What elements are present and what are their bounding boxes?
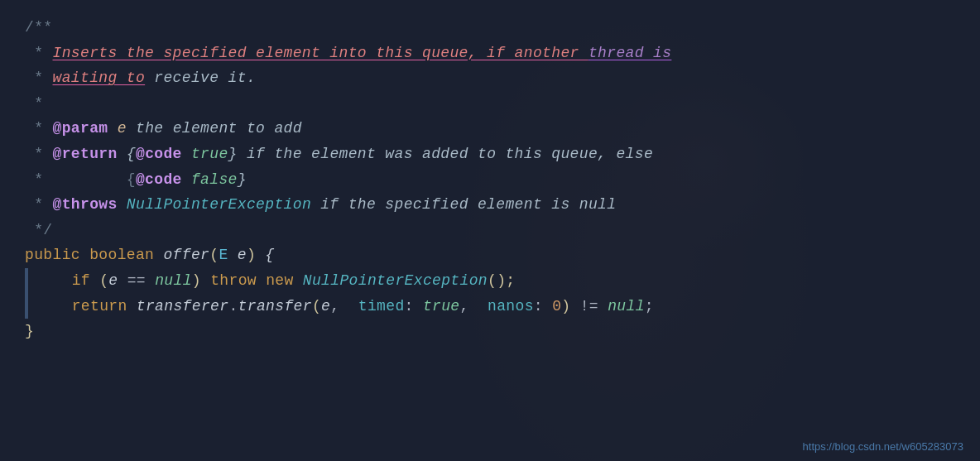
comment-star-7: * { <box>25 167 136 193</box>
not-equals: != <box>571 294 608 319</box>
class-close: } <box>25 319 34 344</box>
line-4: * <box>25 91 955 117</box>
comment-star-3: * <box>25 65 53 91</box>
indent-bar-12 <box>25 294 28 319</box>
colon1: : <box>405 294 423 319</box>
named-nanos: nanos <box>488 294 534 319</box>
brace-open: { <box>256 243 274 268</box>
comment-star-8: * <box>25 192 53 218</box>
colon2: : <box>534 294 552 319</box>
nanos-val: 0 <box>552 294 561 319</box>
return-brace-close: } <box>228 142 238 167</box>
keyword-if: if <box>72 268 100 294</box>
code-block: /** * Inserts the specified element into… <box>0 0 980 359</box>
return-desc: if the element was added to this queue, … <box>238 142 653 167</box>
transfer-method: transfer <box>238 294 312 319</box>
keyword-return: return <box>72 294 137 319</box>
line-13: } <box>25 319 955 344</box>
param-desc: the element to add <box>136 116 302 142</box>
throws-class: NullPointerException <box>118 192 311 218</box>
keyword-public: public <box>25 243 89 268</box>
keyword-boolean: boolean <box>89 243 163 268</box>
throws-keyword: @throws <box>53 192 118 218</box>
line-11: if (e == null) throw new NullPointerExce… <box>25 268 955 294</box>
line-2: * Inserts the specified element into thi… <box>25 41 955 66</box>
comment-open: /** <box>25 15 53 41</box>
transfer-paren-open: ( <box>312 294 321 319</box>
line-7: * {@code false} <box>25 167 955 193</box>
param-keyword: @param <box>53 116 108 142</box>
code-keyword-1: @code <box>136 142 182 167</box>
param-e-sig: e <box>228 243 247 268</box>
param-e: e <box>108 116 136 142</box>
line-12: return transferer.transfer(e, timed: tru… <box>25 294 955 319</box>
equals-op: == <box>127 268 156 294</box>
dot: . <box>228 294 238 319</box>
url-bar: https://blog.csdn.net/w605283073 <box>803 440 963 453</box>
indent-12 <box>35 294 72 319</box>
comment-star-6: * <box>25 142 53 167</box>
comma1: , <box>330 294 358 319</box>
keyword-new: new <box>266 268 303 294</box>
line-6: * @return {@code true} if the element wa… <box>25 142 955 167</box>
named-timed: timed <box>358 294 405 319</box>
comma2: , <box>460 294 488 319</box>
throws-desc: if the specified element is null <box>311 192 616 218</box>
return-keyword: @return <box>53 142 118 167</box>
if-paren: ( <box>99 268 108 294</box>
code-keyword-2: @code <box>136 167 182 193</box>
method-offer: offer <box>163 243 209 268</box>
transfer-paren-close: ) <box>561 294 570 319</box>
url-text: https://blog.csdn.net/w605283073 <box>803 440 963 453</box>
line-10: public boolean offer(E e) { <box>25 243 955 268</box>
npe-class: NullPointerException <box>303 268 488 294</box>
semicolon: ; <box>645 294 654 319</box>
comment-star-4: * <box>25 91 43 117</box>
line-8: * @throws NullPointerException if the sp… <box>25 192 955 218</box>
return-brace-open: { <box>118 142 136 167</box>
indent-bar-11 <box>25 268 28 294</box>
line-9: */ <box>25 218 955 243</box>
comment-receive: receive it. <box>145 65 256 91</box>
code-false-brace: } <box>238 167 247 193</box>
comment-waiting: waiting to <box>53 65 146 91</box>
code-false: false <box>182 167 238 193</box>
transferer-obj: transferer <box>137 294 229 319</box>
null-val: null <box>155 268 192 294</box>
paren-close: ) <box>247 243 256 268</box>
if-close: ) <box>192 268 210 294</box>
line-5: * @param e the element to add <box>25 116 955 142</box>
arg-e: e <box>321 294 330 319</box>
comment-inserts: Inserts the specified element into this … <box>53 41 588 66</box>
keyword-throw: throw <box>210 268 266 294</box>
indent-11 <box>35 268 72 294</box>
paren-open: ( <box>209 243 219 268</box>
line-1: /** <box>25 15 955 41</box>
if-var: e <box>108 268 127 294</box>
comment-close: */ <box>25 218 53 243</box>
timed-val: true <box>423 294 460 319</box>
comment-thread-is: thread is <box>588 41 671 66</box>
comment-star-2: * <box>25 41 53 66</box>
line-3: * waiting to receive it. <box>25 65 955 91</box>
code-true: true <box>182 142 228 167</box>
null-cmp: null <box>608 294 645 319</box>
type-E: E <box>219 243 228 268</box>
npe-parens: (); <box>488 268 516 294</box>
comment-star-5: * <box>25 116 53 142</box>
